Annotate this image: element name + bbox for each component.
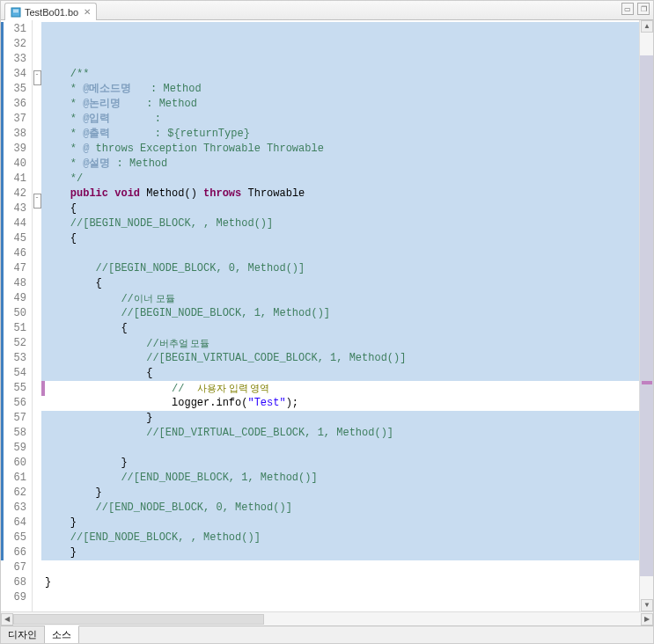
line-number: 64 <box>1 516 26 531</box>
code-area: 3132333435363738394041424344454647484950… <box>1 20 653 611</box>
bottom-tabs: 디자인 소스 <box>1 626 653 643</box>
line-number: 63 <box>1 501 26 516</box>
code-line[interactable]: // 사용자 입력 영역 <box>41 381 653 396</box>
line-number: 43 <box>1 201 26 216</box>
code-line[interactable]: //버추얼 모듈 <box>41 336 653 351</box>
line-number: 36 <box>1 97 26 112</box>
code-line[interactable]: //[BEGIN_VIRTUAL_CODE_BLOCK, 1, Method()… <box>41 351 653 366</box>
code-line[interactable] <box>41 590 653 605</box>
line-number-gutter: 3132333435363738394041424344454647484950… <box>1 20 33 611</box>
code-line[interactable]: * @메소드명 : Method <box>41 82 653 97</box>
fold-toggle[interactable]: - <box>33 194 41 209</box>
tab-bar: TestBo01.bo ✕ ▭ ❐ <box>1 1 653 20</box>
overview-bar <box>640 55 653 575</box>
code-line[interactable]: //이너 모듈 <box>41 291 653 306</box>
fold-toggle[interactable]: - <box>33 70 41 85</box>
code-line[interactable]: } <box>41 575 653 590</box>
code-line[interactable]: //[BEGIN_NODE_BLOCK, 0, Method()] <box>41 261 653 276</box>
code-line[interactable]: //[END_NODE_BLOCK, 1, Method()] <box>41 471 653 486</box>
hscroll-thumb[interactable] <box>13 614 264 625</box>
horizontal-scrollbar[interactable]: ◀ ▶ <box>1 611 653 626</box>
line-number: 47 <box>1 261 26 276</box>
scroll-down-icon[interactable]: ▼ <box>641 599 653 611</box>
tab-actions: ▭ ❐ <box>621 3 650 15</box>
code-line[interactable]: } <box>41 456 653 471</box>
code-line[interactable]: //[END_NODE_BLOCK, 0, Method()] <box>41 501 653 516</box>
line-number: 35 <box>1 82 26 97</box>
code-line[interactable]: */ <box>41 172 653 187</box>
scroll-up-icon[interactable]: ▲ <box>641 20 653 33</box>
line-number: 33 <box>1 52 26 67</box>
tab-source[interactable]: 소스 <box>45 626 79 643</box>
code-line[interactable] <box>41 22 653 37</box>
code-line[interactable]: //[BEGIN_NODE_BLOCK, , Method()] <box>41 216 653 231</box>
code-line[interactable]: public void Method() throws Throwable <box>41 187 653 201</box>
scroll-left-icon[interactable]: ◀ <box>1 613 13 626</box>
code-line[interactable] <box>41 37 653 52</box>
line-number: 34 <box>1 67 26 82</box>
code-line[interactable]: { <box>41 366 653 381</box>
code-line[interactable] <box>41 560 653 575</box>
code-line[interactable]: } <box>41 411 653 426</box>
line-number: 67 <box>1 560 26 575</box>
line-number: 31 <box>1 22 26 37</box>
line-number: 45 <box>1 231 26 246</box>
line-number: 49 <box>1 291 26 306</box>
line-number: 59 <box>1 441 26 456</box>
line-number: 65 <box>1 531 26 545</box>
code-text[interactable]: /** * @메소드명 : Method * @논리명 : Method * @… <box>41 20 653 611</box>
code-line[interactable] <box>41 441 653 456</box>
line-number: 46 <box>1 246 26 261</box>
file-tab-label: TestBo01.bo <box>25 7 78 18</box>
editor-pane: TestBo01.bo ✕ ▭ ❐ 3132333435363738394041… <box>0 0 654 644</box>
line-number: 61 <box>1 471 26 486</box>
svg-rect-2 <box>13 11 18 12</box>
line-number: 38 <box>1 127 26 142</box>
line-number: 55 <box>1 381 26 396</box>
file-tab[interactable]: TestBo01.bo ✕ <box>4 3 97 20</box>
tab-design[interactable]: 디자인 <box>1 626 45 643</box>
code-line[interactable]: logger.info("Test"); <box>41 396 653 411</box>
file-icon <box>11 7 21 18</box>
line-number: 32 <box>1 37 26 52</box>
line-number: 37 <box>1 112 26 127</box>
code-line[interactable]: { <box>41 201 653 216</box>
code-line[interactable]: } <box>41 516 653 531</box>
line-number: 48 <box>1 276 26 291</box>
code-line[interactable]: * @출력 : ${returnType} <box>41 127 653 142</box>
minimize-button[interactable]: ▭ <box>621 3 634 15</box>
code-line[interactable]: //[END_VIRTUAL_CODE_BLOCK, 1, Method()] <box>41 426 653 441</box>
line-number: 69 <box>1 590 26 605</box>
code-line[interactable]: * @설명 : Method <box>41 157 653 172</box>
overview-ruler[interactable]: ▲ ▼ <box>639 20 653 611</box>
code-line[interactable]: * @논리명 : Method <box>41 97 653 112</box>
code-line[interactable]: } <box>41 545 653 560</box>
code-line[interactable]: { <box>41 276 653 291</box>
code-line[interactable]: //[BEGIN_NODE_BLOCK, 1, Method()] <box>41 306 653 321</box>
line-number: 68 <box>1 575 26 590</box>
maximize-button[interactable]: ❐ <box>637 3 650 15</box>
code-line[interactable]: { <box>41 231 653 246</box>
code-line[interactable]: * @입력 : <box>41 112 653 127</box>
code-line[interactable]: { <box>41 321 653 336</box>
line-number: 42 <box>1 187 26 201</box>
line-number: 41 <box>1 172 26 187</box>
code-line[interactable]: /** <box>41 67 653 82</box>
code-line[interactable] <box>41 246 653 261</box>
fold-column: -- <box>33 20 41 611</box>
line-number: 53 <box>1 351 26 366</box>
line-number: 52 <box>1 336 26 351</box>
line-number: 66 <box>1 545 26 560</box>
scroll-right-icon[interactable]: ▶ <box>641 613 653 626</box>
code-line[interactable]: } <box>41 486 653 501</box>
line-number: 57 <box>1 411 26 426</box>
line-number: 44 <box>1 216 26 231</box>
line-number: 51 <box>1 321 26 336</box>
code-line[interactable] <box>41 52 653 67</box>
line-number: 54 <box>1 366 26 381</box>
code-line[interactable]: * @ throws Exception Throwable Throwable <box>41 142 653 157</box>
close-icon[interactable]: ✕ <box>84 7 91 17</box>
line-number: 62 <box>1 486 26 501</box>
code-line[interactable]: //[END_NODE_BLOCK, , Method()] <box>41 531 653 545</box>
hscroll-track[interactable] <box>13 613 641 626</box>
